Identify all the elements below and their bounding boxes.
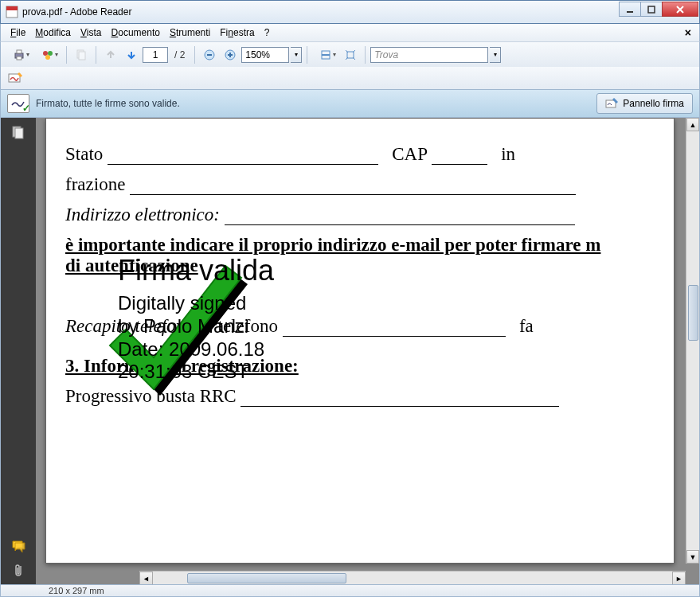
titlebar: prova.pdf - Adobe Reader (0, 0, 700, 24)
horizontal-scrollbar[interactable]: ◄ ► (139, 571, 686, 584)
document-viewport[interactable]: Stato CAP in frazione Indirizzo elettron… (36, 118, 699, 584)
svg-rect-6 (17, 57, 22, 60)
svg-rect-1 (6, 6, 18, 10)
prev-page-button[interactable] (101, 45, 120, 64)
main-toolbar: / 2 150% ▾ Trova ▾ (0, 41, 700, 67)
svg-rect-2 (627, 11, 633, 13)
maximize-button[interactable] (640, 2, 663, 17)
svg-point-9 (45, 55, 50, 60)
svg-rect-13 (207, 54, 212, 56)
scroll-right-button[interactable]: ► (672, 572, 686, 584)
collaborate-button[interactable] (34, 45, 61, 64)
find-dropdown[interactable]: ▾ (490, 47, 501, 63)
signature-valid-icon (7, 94, 29, 113)
statusbar: 210 x 297 mm (0, 584, 700, 597)
scroll-left-button[interactable]: ◄ (139, 572, 153, 584)
signature-overlay: Firma valida Digitally signed by Paolo M… (118, 254, 373, 384)
importante-text-1: è importante indicare il proprio indiriz… (65, 235, 600, 255)
stato-label: Stato (65, 144, 103, 164)
page-size-label: 210 x 297 mm (49, 586, 104, 595)
zoom-field[interactable]: 150% (241, 47, 289, 63)
menubar: File Modifica Vista Documento Strumenti … (0, 24, 700, 41)
signature-panel-icon (605, 97, 618, 110)
window-controls (620, 2, 698, 18)
signature-line2: by Paolo Manzi (118, 315, 248, 337)
menu-modifica[interactable]: Modifica (30, 25, 76, 40)
fit-width-button[interactable] (312, 45, 339, 64)
attachments-panel-icon[interactable] (10, 562, 27, 578)
svg-rect-16 (229, 53, 231, 57)
vscroll-thumb[interactable] (688, 285, 698, 341)
signature-line3: Date: 2009.06.18 (118, 338, 264, 360)
svg-rect-5 (17, 50, 22, 53)
svg-point-7 (43, 51, 48, 56)
hscroll-thumb[interactable] (187, 573, 346, 583)
signature-line4: 20:31:03 CEST (118, 361, 248, 382)
close-button[interactable] (662, 2, 698, 17)
svg-rect-22 (15, 128, 23, 139)
menu-file[interactable]: File (6, 25, 30, 40)
vertical-scrollbar[interactable]: ▲ ▼ (686, 118, 699, 564)
comments-panel-icon[interactable] (10, 538, 27, 554)
navigation-panel (1, 118, 36, 584)
svg-point-8 (48, 51, 53, 56)
menu-vista[interactable]: Vista (76, 25, 106, 40)
secondary-toolbar (0, 67, 700, 89)
indirizzo-label: Indirizzo elettronico: (65, 205, 220, 224)
menu-help[interactable]: ? (260, 25, 275, 40)
signature-banner: Firmato, tutte le firme sono valide. Pan… (0, 89, 700, 118)
find-field[interactable]: Trova (370, 47, 488, 63)
pages-panel-icon[interactable] (10, 124, 27, 140)
window-title: prova.pdf - Adobe Reader (22, 6, 699, 18)
signature-title: Firma valida (118, 254, 373, 287)
cap-label: CAP (392, 144, 427, 164)
svg-rect-3 (648, 6, 655, 13)
page-count: / 2 (174, 49, 185, 60)
print-button[interactable] (6, 45, 33, 64)
svg-rect-11 (79, 52, 85, 60)
zoom-out-button[interactable] (200, 45, 219, 64)
pages-button[interactable] (72, 45, 91, 64)
in-label: in (501, 144, 515, 164)
scroll-down-button[interactable]: ▼ (686, 550, 699, 564)
svg-rect-18 (347, 52, 354, 58)
zoom-in-button[interactable] (221, 45, 240, 64)
next-page-button[interactable] (122, 45, 141, 64)
menu-finestra[interactable]: Finestra (215, 25, 259, 40)
signature-line1: Digitally signed (118, 292, 246, 314)
content-area: Stato CAP in frazione Indirizzo elettron… (0, 118, 700, 584)
signature-message: Firmato, tutte le firme sono valide. (36, 98, 596, 109)
zoom-dropdown[interactable]: ▾ (291, 47, 302, 63)
menu-documento[interactable]: Documento (107, 25, 165, 40)
signature-panel-label: Pannello firma (623, 98, 684, 109)
close-document-button[interactable]: × (682, 26, 694, 39)
minimize-button[interactable] (619, 2, 641, 17)
menu-strumenti[interactable]: Strumenti (165, 25, 215, 40)
fit-page-button[interactable] (341, 45, 360, 64)
pdf-icon (6, 6, 18, 18)
page-number-input[interactable] (143, 47, 168, 63)
frazione-label: frazione (65, 174, 125, 194)
pdf-page: Stato CAP in frazione Indirizzo elettron… (45, 118, 675, 564)
sign-button[interactable] (6, 68, 25, 88)
fa-label: fa (519, 316, 534, 336)
scroll-up-button[interactable]: ▲ (686, 118, 699, 131)
signature-panel-button[interactable]: Pannello firma (596, 93, 693, 114)
